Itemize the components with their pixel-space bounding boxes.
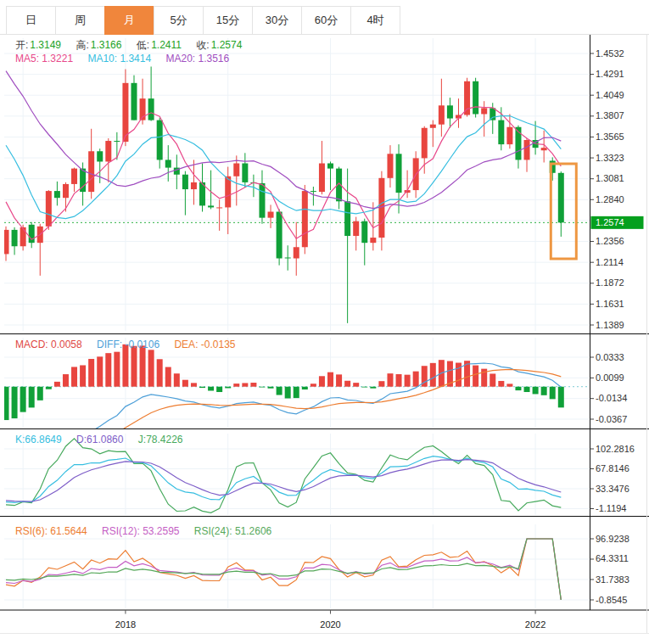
rsi12-line <box>6 539 561 600</box>
macd-bar <box>344 381 350 387</box>
macd-bar <box>473 366 478 387</box>
candle-body <box>268 212 274 218</box>
macd-bar <box>63 374 69 387</box>
candle-body <box>541 148 547 150</box>
candle-body <box>225 176 231 208</box>
candle-body <box>148 98 154 120</box>
price-axis-label: 1.2114 <box>596 257 624 267</box>
macd-bar <box>311 384 316 386</box>
macd-bar <box>97 356 103 386</box>
k-legend: K:66.8649 <box>15 434 62 445</box>
tab-5min[interactable]: 5分 <box>154 6 204 35</box>
macd-plot <box>3 344 590 465</box>
low-label: 低: <box>137 39 149 51</box>
candle-body <box>3 230 9 255</box>
tab-15min[interactable]: 15分 <box>203 6 253 35</box>
candle-body <box>71 169 77 184</box>
tab-30min[interactable]: 30分 <box>252 6 302 35</box>
macd-bar <box>319 376 325 386</box>
dea-legend: DEA: -0.0135 <box>174 339 235 350</box>
candle-body <box>191 182 197 189</box>
macd-axis-label: -0.0367 <box>596 414 627 424</box>
macd-bar <box>46 387 52 389</box>
macd-bar <box>242 383 248 386</box>
kdj-axis-label: 67.8146 <box>596 463 629 473</box>
macd-bar <box>558 387 564 408</box>
candle-body <box>63 184 69 198</box>
rsi-legend: RSI(6): 61.5644 RSI(12): 53.2595 RSI(24)… <box>15 525 283 537</box>
ma10-legend: MA10: 1.3414 <box>87 53 151 64</box>
j-line <box>6 439 561 513</box>
macd-bar <box>268 387 274 389</box>
rsi24-legend: RSI(24): 51.2606 <box>194 525 271 537</box>
kdj-plot <box>6 439 561 513</box>
candle-body <box>378 178 384 238</box>
macd-bar <box>233 384 239 387</box>
macd-bar <box>20 387 26 412</box>
candle-body <box>54 191 60 198</box>
candle-body <box>259 183 265 218</box>
candle-body <box>294 247 299 258</box>
k-line <box>6 456 561 503</box>
chart-canvas[interactable]: 1.45321.42911.40491.38071.35651.33231.30… <box>0 0 649 644</box>
tab-week[interactable]: 周 <box>55 6 105 35</box>
candle-body <box>208 205 214 207</box>
tab-4hour[interactable]: 4时 <box>350 6 400 35</box>
macd-bar <box>199 387 205 388</box>
j-legend: J:78.4226 <box>138 434 183 445</box>
open-label: 开: <box>15 39 28 51</box>
macd-bar <box>105 353 111 387</box>
macd-bar <box>361 387 367 388</box>
candle-body <box>277 212 283 259</box>
macd-bar <box>174 373 180 387</box>
candle-body <box>12 230 18 246</box>
trading-chart-app: 1.45321.42911.40491.38071.35651.33231.30… <box>0 0 649 644</box>
candle-body <box>498 120 504 145</box>
macd-bar <box>506 384 512 386</box>
d-legend: D:61.0860 <box>76 434 123 445</box>
tab-60min[interactable]: 60分 <box>301 6 351 35</box>
rsi-axis-label: 31.7383 <box>596 574 629 585</box>
rsi-axis-label: -0.8545 <box>596 595 627 605</box>
macd-bar <box>515 387 521 390</box>
price-axis-label: 1.3807 <box>596 110 624 120</box>
macd-bar <box>413 372 419 387</box>
macd-axis-label: 0.0333 <box>596 352 624 362</box>
macd-bar <box>3 387 9 420</box>
macd-bar <box>54 382 60 387</box>
candle-body <box>46 191 52 227</box>
candle-body <box>353 221 359 236</box>
macd-bar <box>148 350 154 386</box>
candle-body <box>311 191 316 192</box>
tab-month[interactable]: 月 <box>104 6 154 35</box>
macd-bar <box>114 352 120 387</box>
candle-body <box>105 141 111 161</box>
candle-body <box>430 125 436 128</box>
price-axis-label: 1.4532 <box>596 48 624 59</box>
price-axis-label: 1.2840 <box>596 194 624 204</box>
price-axis-label: 1.1631 <box>596 299 624 309</box>
candle-body <box>114 141 120 142</box>
macd-bar <box>71 367 77 386</box>
macd-bar <box>541 387 547 395</box>
kdj-axis-label: -1.1194 <box>596 503 627 513</box>
candle-body <box>387 154 393 178</box>
x-axis-year-label: 2018 <box>115 619 136 630</box>
rsi-axis-label: 96.9238 <box>596 534 629 544</box>
candle-body <box>302 191 308 247</box>
candle-body <box>122 83 128 142</box>
tab-day[interactable]: 日 <box>6 6 56 35</box>
candle-body <box>327 164 333 169</box>
macd-bar <box>80 365 86 386</box>
candle-body <box>396 154 402 193</box>
macd-bar <box>327 372 333 387</box>
rsi-plot <box>6 539 561 600</box>
candle-body <box>447 105 453 118</box>
x-axis-year-label: 2022 <box>525 619 545 630</box>
macd-bar <box>294 387 299 398</box>
main-candle-plot <box>3 66 590 322</box>
macd-bar <box>165 367 171 387</box>
macd-bar <box>370 387 376 389</box>
macd-bar <box>88 359 94 387</box>
macd-bar <box>37 387 43 400</box>
